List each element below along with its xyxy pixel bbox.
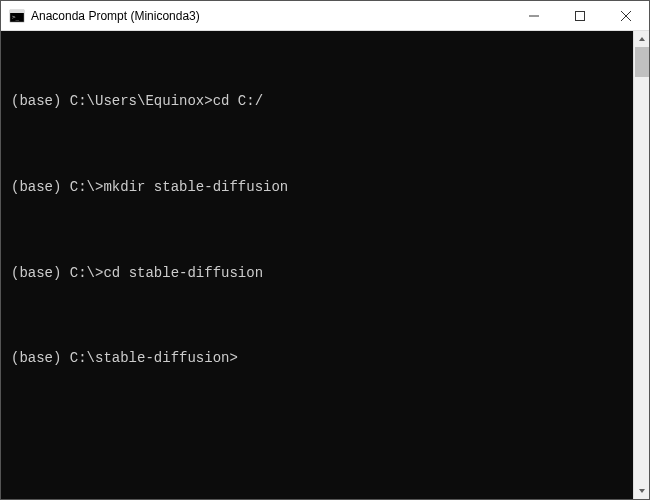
minimize-button[interactable]: [511, 1, 557, 30]
app-icon: >_: [9, 8, 25, 24]
close-button[interactable]: [603, 1, 649, 30]
terminal-line: (base) C:\stable-diffusion>: [11, 346, 623, 371]
prompt-text: (base) C:\>: [11, 179, 103, 195]
command-text: mkdir stable-diffusion: [103, 179, 288, 195]
cursor: [238, 350, 246, 366]
window-title: Anaconda Prompt (Miniconda3): [31, 9, 511, 23]
titlebar[interactable]: >_ Anaconda Prompt (Miniconda3): [1, 1, 649, 31]
prompt-text: (base) C:\>: [11, 265, 103, 281]
scrollbar[interactable]: [633, 31, 649, 499]
maximize-button[interactable]: [557, 1, 603, 30]
window-controls: [511, 1, 649, 30]
scroll-thumb[interactable]: [635, 47, 649, 77]
terminal-output[interactable]: (base) C:\Users\Equinox>cd C:/ (base) C:…: [1, 31, 633, 499]
prompt-text: (base) C:\stable-diffusion>: [11, 350, 238, 366]
svg-text:>_: >_: [12, 13, 20, 21]
svg-rect-4: [576, 11, 585, 20]
scroll-up-button[interactable]: [634, 31, 650, 47]
window-frame: >_ Anaconda Prompt (Miniconda3) (base) C…: [0, 0, 650, 500]
scroll-down-button[interactable]: [634, 483, 650, 499]
prompt-text: (base) C:\Users\Equinox>: [11, 93, 213, 109]
command-text: cd C:/: [213, 93, 263, 109]
command-text: cd stable-diffusion: [103, 265, 263, 281]
terminal-line: (base) C:\>cd stable-diffusion: [11, 261, 623, 286]
terminal-line: (base) C:\Users\Equinox>cd C:/: [11, 89, 623, 114]
content-area: (base) C:\Users\Equinox>cd C:/ (base) C:…: [1, 31, 649, 499]
terminal-line: (base) C:\>mkdir stable-diffusion: [11, 175, 623, 200]
